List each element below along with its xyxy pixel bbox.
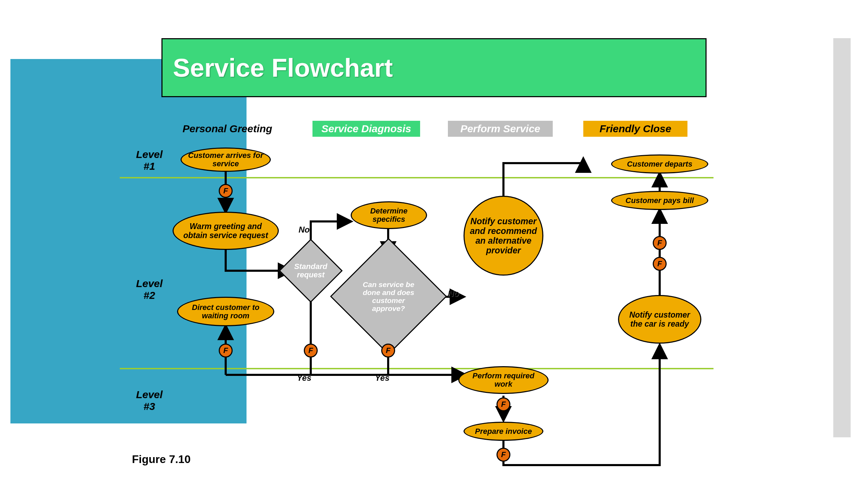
label-no-2: No xyxy=(448,289,459,298)
decision-standard-request: Standard request xyxy=(288,248,333,293)
node-direct-waiting: Direct customer to waiting room xyxy=(177,297,274,326)
gray-right-bar xyxy=(833,38,851,437)
col-perform-service: Perform Service xyxy=(448,121,553,137)
node-determine-specifics: Determine specifics xyxy=(351,201,427,229)
node-customer-pays: Customer pays bill xyxy=(611,191,708,210)
title-bar: Service Flowchart xyxy=(161,38,707,97)
node-customer-arrives: Customer arrives for service xyxy=(181,148,271,172)
node-perform-work: Perform required work xyxy=(458,366,549,394)
label-yes-2: Yes xyxy=(375,373,390,383)
node-warm-greeting: Warm greeting and obtain service request xyxy=(173,212,279,250)
rule-level2-3 xyxy=(120,368,713,369)
node-prepare-invoice: Prepare invoice xyxy=(464,422,543,441)
rule-level1-2 xyxy=(120,177,713,178)
figure-caption: Figure 7.10 xyxy=(132,453,191,466)
level-1-label: Level#1 xyxy=(128,149,170,172)
col-service-diagnosis: Service Diagnosis xyxy=(312,121,420,137)
col-friendly-close: Friendly Close xyxy=(583,121,687,137)
node-customer-departs: Customer departs xyxy=(611,154,708,174)
level-2-label: Level#2 xyxy=(128,278,170,301)
label-no-1: No xyxy=(299,225,310,235)
fmark-4: F xyxy=(381,344,395,357)
col-personal-greeting: Personal Greeting xyxy=(174,121,281,137)
level-3-label: Level#3 xyxy=(128,389,170,412)
title-text: Service Flowchart xyxy=(173,53,393,83)
fmark-3: F xyxy=(304,344,318,357)
node-notify-ready: Notify customer the car is ready xyxy=(618,295,701,344)
fmark-8: F xyxy=(653,257,667,271)
label-yes-1: Yes xyxy=(297,373,311,383)
fmark-6: F xyxy=(496,448,510,462)
fmark-5: F xyxy=(496,397,510,411)
decision-can-service: Can service be done and does customer ap… xyxy=(347,255,430,338)
fmark-1: F xyxy=(219,184,233,198)
node-notify-alternative: Notify customer and recommend an alterna… xyxy=(464,196,543,276)
fmark-7: F xyxy=(653,236,667,250)
slide-stage: Service Flowchart Personal Greeting Serv… xyxy=(0,0,868,488)
fmark-2: F xyxy=(219,344,233,357)
